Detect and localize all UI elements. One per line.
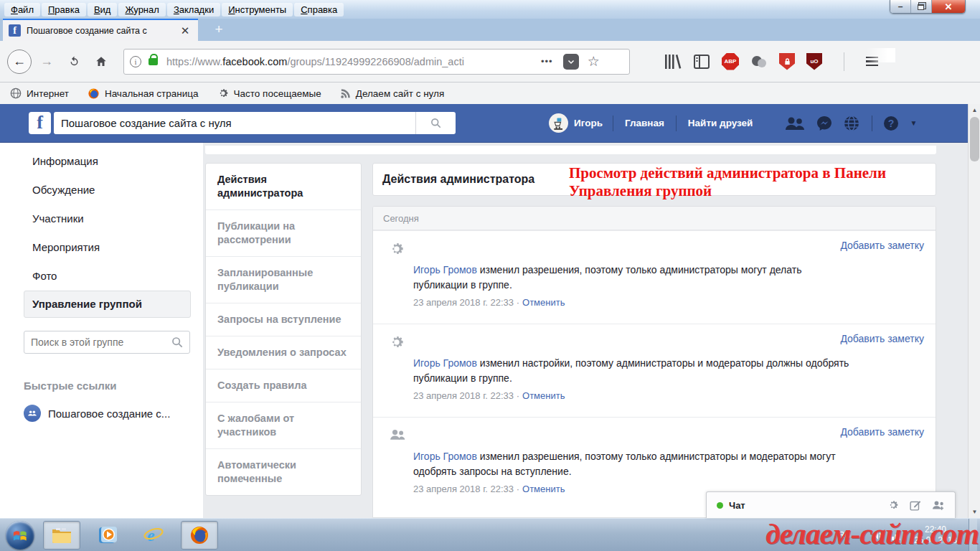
group-icon bbox=[24, 405, 41, 422]
minimize-button[interactable]: – bbox=[890, 0, 911, 13]
menu-edit[interactable]: Правка bbox=[42, 3, 86, 17]
close-button[interactable]: ✕ bbox=[932, 0, 965, 13]
admin-nav-request-notifications[interactable]: Уведомления о запросах bbox=[206, 336, 361, 369]
admin-nav-scheduled-posts[interactable]: Запланированные публикации bbox=[206, 256, 361, 303]
menu-history[interactable]: Журнал bbox=[118, 3, 165, 17]
entry-meta: 23 апреля 2018 г. 22:33 ·Отменить bbox=[413, 390, 936, 401]
quick-link-group[interactable]: Пошаговое создание с... bbox=[24, 405, 203, 422]
actor-link[interactable]: Игорь Громов bbox=[413, 357, 477, 369]
admin-nav-auto-flagged[interactable]: Автоматически помеченные bbox=[206, 448, 361, 495]
menu-view[interactable]: Вид bbox=[88, 3, 118, 17]
friend-requests-icon[interactable] bbox=[784, 116, 806, 131]
add-note-link[interactable]: Добавить заметку bbox=[840, 333, 924, 344]
tab-close-icon[interactable]: ✕ bbox=[178, 24, 192, 37]
admin-nav-member-reports[interactable]: С жалобами от участников bbox=[206, 402, 361, 448]
url-bar[interactable]: i https://www.facebook.com/groups/119249… bbox=[123, 49, 630, 75]
search-button[interactable] bbox=[415, 112, 456, 134]
home-button[interactable] bbox=[89, 50, 113, 74]
explorer-folder-icon bbox=[51, 527, 72, 544]
browser-scrollbar[interactable]: ▲ ▼ bbox=[968, 104, 980, 518]
add-note-link[interactable]: Добавить заметку bbox=[840, 240, 924, 251]
menu-file[interactable]: Файл bbox=[4, 3, 40, 17]
bookmark-home-page[interactable]: Начальная страница bbox=[88, 88, 199, 100]
bookmark-internet[interactable]: Интернет bbox=[10, 88, 69, 99]
taskbar-media-player-button[interactable] bbox=[89, 521, 126, 550]
navigation-toolbar: ← → i https://www.facebook.com/groups/11… bbox=[0, 41, 980, 83]
taskbar-explorer-button[interactable] bbox=[43, 521, 80, 550]
cancel-link[interactable]: Отменить bbox=[522, 484, 565, 494]
tab-strip: f Пошаговое создание сайта с ✕ + bbox=[0, 19, 980, 41]
account-caret-icon[interactable]: ▼ bbox=[910, 119, 917, 127]
pocket-icon[interactable] bbox=[563, 54, 579, 70]
menu-bookmarks[interactable]: Закладки bbox=[167, 3, 220, 17]
help-icon[interactable]: ? bbox=[882, 115, 900, 132]
internet-explorer-icon: e bbox=[143, 525, 164, 545]
globe-icon bbox=[10, 88, 22, 99]
taskbar-internet-explorer-button[interactable]: e bbox=[135, 521, 172, 550]
scroll-up-arrow[interactable]: ▲ bbox=[969, 104, 980, 116]
url-text[interactable]: https://www.facebook.com/groups/11924999… bbox=[166, 56, 540, 67]
admin-nav-admin-activity[interactable]: Действия администратора bbox=[206, 164, 361, 209]
sidebar-toggle-icon[interactable] bbox=[693, 54, 710, 70]
bookmark-frequently-visited[interactable]: Часто посещаемые bbox=[217, 88, 321, 99]
library-icon[interactable] bbox=[664, 54, 682, 70]
new-tab-button[interactable]: + bbox=[208, 20, 230, 39]
cancel-link[interactable]: Отменить bbox=[522, 390, 565, 401]
facebook-logo[interactable]: f bbox=[29, 112, 51, 134]
forward-button[interactable]: → bbox=[34, 50, 59, 74]
sidebar-item-info[interactable]: Информация bbox=[0, 147, 203, 176]
admin-activity-feed: Сегодня Добавить заметку Игорь Громов из… bbox=[372, 206, 936, 518]
group-search-box[interactable] bbox=[24, 331, 190, 354]
chat-bar[interactable]: Чат bbox=[706, 491, 956, 518]
new-message-icon[interactable] bbox=[909, 499, 921, 512]
admin-nav-create-rules[interactable]: Создать правила bbox=[206, 369, 361, 402]
avatar[interactable] bbox=[549, 113, 568, 133]
bookmark-delaem-sait[interactable]: Делаем сайт с нуля bbox=[340, 88, 444, 99]
find-friends-link[interactable]: Найти друзей bbox=[688, 118, 753, 128]
add-note-link[interactable]: Добавить заметку bbox=[840, 426, 924, 438]
adblock-plus-icon[interactable]: ABP bbox=[722, 53, 739, 70]
bookmark-star-icon[interactable]: ☆ bbox=[588, 53, 600, 70]
menu-help[interactable]: Справка bbox=[294, 3, 344, 17]
actor-link[interactable]: Игорь Громов bbox=[413, 264, 477, 276]
facebook-search[interactable] bbox=[54, 112, 456, 134]
actor-link[interactable]: Игорь Громов bbox=[413, 451, 477, 462]
sidebar-item-photos[interactable]: Фото bbox=[0, 262, 203, 291]
notifications-globe-icon[interactable] bbox=[843, 115, 860, 132]
restore-icon bbox=[918, 4, 924, 10]
profile-link[interactable]: Игорь bbox=[574, 118, 603, 128]
tab-facebook[interactable]: f Пошаговое создание сайта с ✕ bbox=[3, 19, 198, 41]
adguard-shield-icon[interactable] bbox=[779, 53, 795, 70]
page-info-icon[interactable]: i bbox=[130, 56, 141, 67]
home-link[interactable]: Главная bbox=[625, 118, 664, 128]
entry-text: Игорь Громов изменил настройки, поэтому … bbox=[413, 356, 849, 386]
taskbar-firefox-button[interactable] bbox=[181, 521, 218, 550]
sidebar-item-discussion[interactable]: Обсуждение bbox=[0, 176, 203, 204]
facebook-search-input[interactable] bbox=[54, 117, 415, 129]
menu-tools[interactable]: Инструменты bbox=[222, 3, 293, 17]
watermark-text: делаем-сайт.com bbox=[765, 517, 979, 551]
sidebar-item-manage-group[interactable]: Управление группой bbox=[24, 291, 191, 318]
gear-icon bbox=[389, 334, 405, 350]
sidebar-item-members[interactable]: Участники bbox=[0, 204, 203, 233]
back-button[interactable]: ← bbox=[7, 50, 32, 74]
quick-links-heading: Быстрые ссылки bbox=[24, 380, 203, 392]
ghostery-icon[interactable] bbox=[750, 54, 768, 70]
page-actions-icon[interactable]: ••• bbox=[541, 56, 553, 67]
start-button[interactable] bbox=[6, 521, 34, 550]
admin-nav-pending-posts[interactable]: Публикации на рассмотрении bbox=[206, 209, 361, 256]
sidebar-item-events[interactable]: Мероприятия bbox=[0, 233, 203, 262]
reload-button[interactable] bbox=[62, 50, 86, 74]
scrollbar-thumb[interactable] bbox=[970, 117, 979, 161]
admin-nav-member-requests[interactable]: Запросы на вступление bbox=[206, 303, 361, 336]
home-icon bbox=[95, 55, 108, 68]
ublock-origin-icon[interactable]: uO bbox=[806, 53, 822, 70]
group-search-input[interactable] bbox=[31, 336, 171, 348]
add-person-icon[interactable] bbox=[931, 499, 945, 511]
chat-settings-gear-icon[interactable] bbox=[887, 499, 899, 511]
messenger-icon[interactable] bbox=[816, 115, 833, 132]
restore-button[interactable] bbox=[911, 0, 932, 13]
avatar-image bbox=[552, 116, 566, 131]
entry-text: Игорь Громов изменил разрешения, поэтому… bbox=[413, 263, 849, 293]
cancel-link[interactable]: Отменить bbox=[522, 297, 565, 308]
